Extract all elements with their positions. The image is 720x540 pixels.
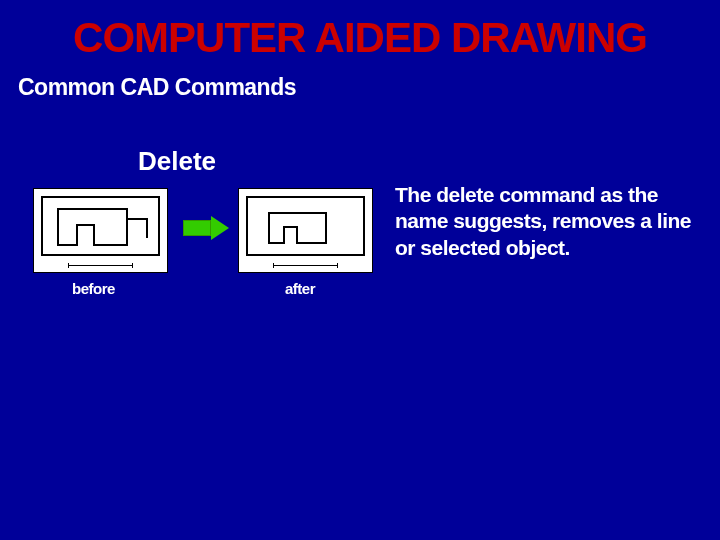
diagram-before — [33, 188, 168, 273]
drawing-frame — [41, 196, 160, 256]
page-title: COMPUTER AIDED DRAWING — [0, 0, 720, 62]
base-line — [68, 265, 133, 266]
before-label: before — [72, 280, 115, 297]
command-name: Delete — [138, 146, 216, 177]
section-subtitle: Common CAD Commands — [0, 62, 720, 101]
command-description: The delete command as the name suggests,… — [395, 182, 695, 261]
diagram-after — [238, 188, 373, 273]
drawing-frame — [246, 196, 365, 256]
arrow-icon — [183, 216, 229, 240]
base-line — [273, 265, 338, 266]
after-label: after — [285, 280, 315, 297]
